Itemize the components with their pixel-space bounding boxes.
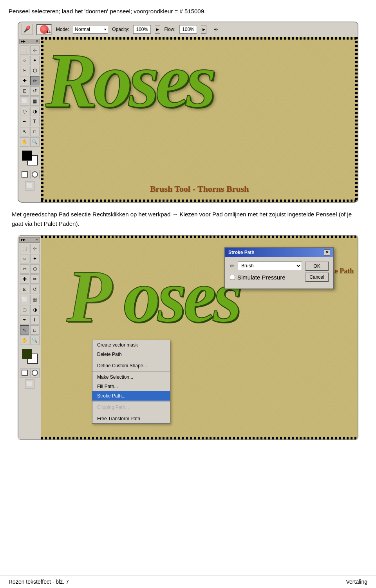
ctx-sep-1: [92, 360, 170, 360]
ctx-create-vector-mask[interactable]: Create vector mask: [92, 340, 170, 350]
roses-p-letter: P: [67, 259, 112, 334]
type-tool-2[interactable]: T: [30, 315, 40, 325]
tool-row-4: ✚ ✏: [20, 76, 40, 85]
tool-row-7: ◌ ◑: [20, 107, 40, 116]
flow-increase-btn[interactable]: ▶: [201, 25, 206, 34]
ctx-stroke-path[interactable]: Stroke Path...: [92, 391, 170, 401]
middle-text: Met gereedschap Pad selectie Rechtsklikk…: [9, 210, 367, 229]
dialog-title: Stroke Path: [228, 250, 255, 255]
qmask-2[interactable]: [30, 368, 40, 377]
toolbar-bar: 14 Mode: Normal Opacity: 100% ▶ Flow: 10…: [18, 22, 358, 37]
crop-tool[interactable]: ✂: [20, 66, 29, 75]
foreground-color[interactable]: [22, 151, 32, 161]
stroke-path-dialog: Stroke Path ✕ ✏ Brush: [224, 247, 334, 289]
move-tool-2[interactable]: ⊹: [30, 244, 40, 253]
shape-tool-2[interactable]: □: [30, 325, 40, 335]
magic-wand-2[interactable]: ✦: [30, 254, 40, 263]
history-tool-2[interactable]: ↺: [30, 285, 40, 294]
tools-panel-2: ▶▶✕ ⬚⊹ ○✦ ✂⬡ ✚✏ ⊡↺ ⬜▦ ◌◑ ✒T ↖□ ✋🔍: [18, 236, 41, 439]
ctx-sep-4: [92, 413, 170, 413]
tool-row-8: ✒ T: [20, 117, 40, 126]
history-tool[interactable]: ↺: [30, 86, 40, 96]
tool-row-5: ⊡ ↺: [20, 86, 40, 96]
mode-dropdown[interactable]: Normal: [73, 25, 108, 34]
opacity-value[interactable]: 100%: [133, 25, 151, 34]
type-tool[interactable]: T: [30, 117, 40, 126]
shape-tool[interactable]: □: [30, 127, 40, 136]
footer-left: Rozen teksteffect - blz. 7: [9, 579, 69, 585]
path-tool[interactable]: ✒: [20, 117, 29, 126]
simulate-pressure-label: Simulate Pressure: [237, 274, 286, 281]
quick-mask-btn[interactable]: [30, 170, 40, 179]
dialog-cancel-btn[interactable]: Cancel: [305, 272, 329, 282]
screen-mode-btn[interactable]: ⬜: [25, 181, 34, 191]
move-tool[interactable]: ⊹: [30, 45, 40, 55]
arrow-char: →: [172, 211, 178, 218]
dialog-close-btn[interactable]: ✕: [324, 249, 330, 256]
brush-tool-2[interactable]: ✏: [30, 274, 40, 284]
dodge-tool[interactable]: ◑: [30, 107, 40, 116]
heal-tool-2[interactable]: ✚: [20, 274, 29, 284]
page-content: Penseel selecteren; laad het 'doornen' p…: [0, 0, 376, 471]
brush-select[interactable]: Brush: [238, 261, 302, 270]
std-mode-2[interactable]: [20, 368, 29, 377]
mode-label: Mode:: [56, 27, 69, 32]
blur-tool-2[interactable]: ◌: [20, 305, 29, 314]
footer-right: Vertaling: [346, 579, 367, 585]
tool-row-6: ⬜ ▦: [20, 96, 40, 106]
clone-tool-2[interactable]: ⊡: [20, 285, 29, 294]
slice-tool-2[interactable]: ⬡: [30, 264, 40, 274]
lasso-tool[interactable]: ○: [20, 56, 29, 65]
gradient-tool-2[interactable]: ▦: [30, 295, 40, 304]
dialog-ok-btn[interactable]: OK: [305, 261, 329, 271]
roses-text: Roses: [45, 41, 354, 120]
dir-sel-tool-2[interactable]: ↖: [20, 325, 29, 335]
ctx-make-selection[interactable]: Make Selection...: [92, 372, 170, 382]
marquee-tool[interactable]: ⬚: [20, 45, 29, 55]
eraser-tool-2[interactable]: ⬜: [20, 295, 29, 304]
canvas-2: Stroke Path ✕ ✏ Brush: [41, 236, 358, 439]
roses-oses-text: oses: [123, 259, 239, 334]
flow-value[interactable]: 100%: [179, 25, 197, 34]
dodge-tool-2[interactable]: ◑: [30, 305, 40, 314]
ctx-delete-path[interactable]: Delete Path: [92, 350, 170, 359]
selection-tool[interactable]: ↖: [20, 127, 29, 136]
canvas-area-2: ▶▶✕ ⬚⊹ ○✦ ✂⬡ ✚✏ ⊡↺ ⬜▦ ◌◑ ✒T ↖□ ✋🔍: [18, 236, 358, 439]
eraser-tool[interactable]: ⬜: [20, 96, 29, 106]
ctx-define-custom-shape[interactable]: Define Custom Shape...: [92, 361, 170, 370]
marquee-tool-2[interactable]: ⬚: [20, 244, 29, 253]
brush-tool-icon[interactable]: [22, 24, 33, 35]
flow-label: Flow:: [164, 27, 175, 32]
lasso-tool-2[interactable]: ○: [20, 254, 29, 263]
crop-tool-2[interactable]: ✂: [20, 264, 29, 274]
clone-tool[interactable]: ⊡: [20, 86, 29, 96]
fg-color-2[interactable]: [22, 349, 32, 359]
opacity-increase-btn[interactable]: ▶: [155, 25, 160, 34]
screenshot-2: ▶▶✕ ⬚⊹ ○✦ ✂⬡ ✚✏ ⊡↺ ⬜▦ ◌◑ ✒T ↖□ ✋🔍: [18, 235, 358, 440]
standard-mode-btn[interactable]: [20, 170, 29, 179]
ctx-sep-3: [92, 401, 170, 402]
blur-tool[interactable]: ◌: [20, 107, 29, 116]
tool-row-9: ↖ □: [20, 127, 40, 136]
airbrush-icon[interactable]: ✒: [213, 26, 219, 33]
path-tool-2[interactable]: ✒: [20, 315, 29, 325]
hand-tool-2[interactable]: ✋: [20, 336, 29, 345]
brush-preview[interactable]: 14: [36, 24, 52, 35]
slice-tool[interactable]: ⬡: [30, 66, 40, 75]
hand-tool[interactable]: ✋: [20, 137, 29, 147]
simulate-pressure-checkbox[interactable]: [230, 275, 235, 280]
magic-wand-tool[interactable]: ✦: [30, 56, 40, 65]
canvas-area: ▶▶✕ ⬚ ⊹ ○ ✦ ✂ ⬡ ✚ ✏: [18, 37, 358, 202]
screen-mode-2[interactable]: ⬜: [25, 379, 34, 389]
zoom-tool[interactable]: 🔍: [30, 137, 40, 147]
gradient-tool[interactable]: ▦: [30, 96, 40, 106]
zoom-tool-2[interactable]: 🔍: [30, 336, 40, 345]
ctx-clipping-path: Clipping Path...: [92, 403, 170, 412]
ctx-free-transform[interactable]: Free Transform Path: [92, 414, 170, 423]
heal-tool[interactable]: ✚: [20, 76, 29, 85]
ctx-sep-2: [92, 371, 170, 372]
dialog-body: ✏ Brush Simulate Pressure: [225, 257, 333, 289]
brush-tool[interactable]: ✏: [30, 76, 40, 85]
tools-panel: ▶▶✕ ⬚ ⊹ ○ ✦ ✂ ⬡ ✚ ✏: [18, 37, 41, 202]
ctx-fill-path[interactable]: Fill Path...: [92, 382, 170, 391]
